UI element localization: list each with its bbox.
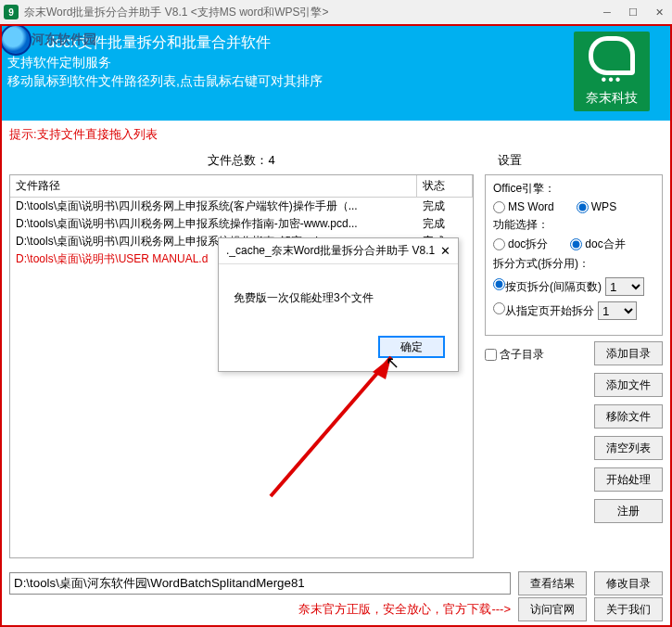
col-path[interactable]: 文件路径 [10,175,417,197]
window-title: 奈末Word批量拆分合并助手 V8.1 <支持MS word和WPS引擎> [24,5,329,20]
table-header: 文件路径 状态 [10,175,473,198]
dialog-title: ._cache_奈末Word批量拆分合并助手 V8.1 [226,243,435,259]
maximize-button[interactable]: ☐ [620,0,646,24]
table-row[interactable]: D:\tools\桌面\说明书\四川税务网上申报系统操作指南-加密-www.pc… [10,215,473,233]
banner-line3: 移动鼠标到软件文件路径列表,点击鼠标右键可对其排序 [7,73,665,90]
app-icon: 9 [4,5,19,19]
banner: 河东软件园 doc docx文件批量拆分和批量合并软件 支持软件定制服务 移动鼠… [0,24,672,121]
about-button[interactable]: 关于我们 [594,597,663,621]
visit-site-button[interactable]: 访问官网 [518,597,587,621]
add-file-button[interactable]: 添加文件 [594,373,663,397]
logo-text: 奈末科技 [586,90,638,107]
radio-msword[interactable]: MS Word [493,200,554,213]
engine-label: Office引擎： [493,181,654,197]
watermark: 河东软件园 [0,24,96,56]
dialog-message: 免费版一次仅能处理3个文件 [219,264,458,336]
brand-logo: ••• 奈末科技 [574,32,650,111]
split-page-select[interactable]: 1 [605,277,644,296]
register-button[interactable]: 注册 [594,499,663,523]
message-dialog: ._cache_奈末Word批量拆分合并助手 V8.1 ✕ 免费版一次仅能处理3… [218,237,459,372]
add-dir-button[interactable]: 添加目录 [594,341,663,365]
result-path-input[interactable] [9,572,511,595]
settings-fieldset: Office引擎： MS Word WPS 功能选择： doc拆分 doc合并 … [485,174,663,336]
close-button[interactable]: ✕ [646,0,672,24]
watermark-text: 河东软件园 [32,32,96,48]
func-label: 功能选择： [493,217,654,233]
table-row[interactable]: D:\tools\桌面\说明书\四川税务网上申报系统(客户端软件)操作手册（..… [10,198,473,215]
titlebar: 9 奈末Word批量拆分合并助手 V8.1 <支持MS word和WPS引擎> … [0,0,672,24]
start-button[interactable]: 开始处理 [594,467,663,492]
settings-title: 设置 [485,152,663,169]
radio-split-page[interactable]: 按页拆分(间隔页数) [493,278,602,295]
file-count: 文件总数：4 [9,152,474,169]
dialog-close-button[interactable]: ✕ [440,244,450,258]
modify-dir-button[interactable]: 修改目录 [594,571,663,595]
split-label: 拆分方式(拆分用)： [493,256,654,272]
radio-split-from[interactable]: 从指定页开始拆分 [493,302,594,319]
banner-line2: 支持软件定制服务 [7,55,665,71]
logo-nine-icon [589,36,635,75]
split-from-select[interactable]: 1 [598,301,637,320]
radio-wps[interactable]: WPS [577,200,616,213]
clear-list-button[interactable]: 清空列表 [594,436,663,460]
watermark-icon [0,24,32,56]
minimize-button[interactable]: ─ [594,0,620,24]
hint-text: 提示:支持文件直接拖入列表 [0,121,672,148]
footer-text: 奈末官方正版，安全放心，官方下载---> [298,601,511,618]
radio-merge[interactable]: doc合并 [570,237,625,252]
subdir-checkbox[interactable]: 含子目录 [485,347,544,363]
remove-file-button[interactable]: 移除文件 [594,404,663,429]
col-status[interactable]: 状态 [417,175,473,197]
dialog-ok-button[interactable]: 确定 [378,336,445,358]
radio-split[interactable]: doc拆分 [493,237,548,252]
view-result-button[interactable]: 查看结果 [518,571,587,595]
